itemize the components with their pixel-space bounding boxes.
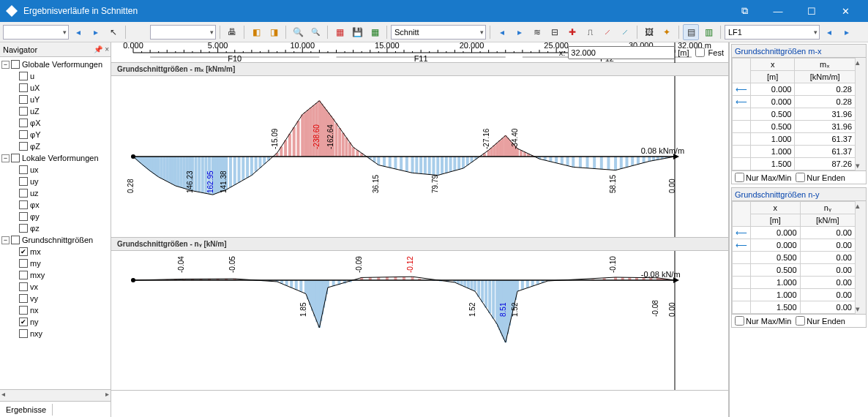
fest-checkbox[interactable]: Fest xyxy=(692,45,724,59)
table-row[interactable]: 1.00061.37 xyxy=(733,146,856,158)
minimize-button[interactable]: — xyxy=(761,0,795,22)
tab-ergebnisse[interactable]: Ergebnisse xyxy=(0,404,53,416)
nav-prev2-icon[interactable]: ◂ xyxy=(494,24,510,40)
item-checkbox[interactable] xyxy=(19,165,28,174)
item-checkbox[interactable] xyxy=(19,142,28,151)
group-checkbox[interactable] xyxy=(11,236,20,244)
tool-l-icon[interactable]: ▥ xyxy=(700,24,717,40)
nav-next-icon[interactable]: ▸ xyxy=(88,24,104,40)
tool-a-icon[interactable]: ◧ xyxy=(248,24,264,40)
table-scrollbar[interactable]: ▴▾ xyxy=(856,58,866,170)
chart-scroll[interactable]: Grundschnittgrößen - mₓ [kNm/m] 0.08 kNm… xyxy=(111,63,728,417)
item-label[interactable]: φz xyxy=(30,224,40,233)
item-checkbox[interactable] xyxy=(19,119,28,127)
table-row[interactable]: ⟵0.0000.28 xyxy=(733,83,856,96)
expand-icon[interactable]: − xyxy=(1,154,10,162)
item-label[interactable]: uZ xyxy=(30,107,40,116)
group-label[interactable]: Lokale Verformungen xyxy=(22,154,99,162)
table-scrollbar[interactable]: ▴▾ xyxy=(856,201,866,314)
tool-j-icon[interactable]: 🖼 xyxy=(641,24,657,40)
item-checkbox[interactable] xyxy=(19,72,28,80)
item-label[interactable]: φZ xyxy=(30,142,40,151)
table-row[interactable]: 0.5000.00 xyxy=(733,264,856,277)
item-label[interactable]: uy xyxy=(30,177,39,186)
combo-1[interactable] xyxy=(3,25,69,40)
item-label[interactable]: φy xyxy=(30,212,40,221)
lf-prev-icon[interactable]: ◂ xyxy=(821,24,837,40)
table-row[interactable]: ⟵0.0000.00 xyxy=(733,227,856,239)
item-checkbox[interactable] xyxy=(19,318,28,326)
combo-2[interactable] xyxy=(150,25,216,40)
table-row[interactable]: 1.0000.00 xyxy=(733,289,856,301)
tool-i-icon[interactable]: ⟋ xyxy=(617,24,633,40)
table-row[interactable]: ⟵0.0000.00 xyxy=(733,239,856,252)
item-checkbox[interactable] xyxy=(19,107,28,116)
item-checkbox[interactable] xyxy=(19,306,28,315)
x-input[interactable] xyxy=(568,46,675,59)
table-row[interactable]: 1.00061.37 xyxy=(733,133,856,146)
item-checkbox[interactable] xyxy=(19,189,28,198)
panel-toggle-icon[interactable]: ▤ xyxy=(683,24,699,40)
expand-icon[interactable]: − xyxy=(1,236,10,244)
item-label[interactable]: uz xyxy=(30,189,39,198)
group-checkbox[interactable] xyxy=(11,154,20,162)
item-label[interactable]: uY xyxy=(30,95,40,104)
zoom-out-icon[interactable]: 🔍 xyxy=(307,24,323,40)
tool-h-icon[interactable]: ⟋ xyxy=(599,24,616,40)
item-label[interactable]: u xyxy=(30,72,34,80)
nav-prev-icon[interactable]: ◂ xyxy=(70,24,86,40)
item-checkbox[interactable] xyxy=(19,212,28,221)
lf-combo[interactable]: LF1 xyxy=(725,25,820,40)
item-checkbox[interactable] xyxy=(19,247,28,256)
tool-f-icon[interactable]: ✚ xyxy=(564,24,580,40)
item-checkbox[interactable] xyxy=(19,282,28,291)
navigator-tree[interactable]: −Globale VerformungenuuXuYuZφXφYφZ−Lokal… xyxy=(0,57,111,389)
pin-icon[interactable]: 📌 × xyxy=(94,45,111,53)
item-checkbox[interactable] xyxy=(19,294,28,303)
item-label[interactable]: mxy xyxy=(30,271,45,279)
schnitt-combo[interactable]: Schnitt xyxy=(391,25,486,40)
table-row[interactable]: 0.50031.96 xyxy=(733,108,856,121)
group-label[interactable]: Grundschnittgrößen xyxy=(22,236,93,244)
item-label[interactable]: ny xyxy=(30,318,39,326)
tool-e-icon[interactable]: ⊟ xyxy=(547,24,563,40)
item-checkbox[interactable] xyxy=(19,177,28,186)
tool-c-icon[interactable]: ▦ xyxy=(332,24,348,40)
restore-caption-icon[interactable]: ⧉ xyxy=(727,0,761,22)
item-label[interactable]: ux xyxy=(30,165,39,174)
item-label[interactable]: φY xyxy=(30,130,40,139)
item-label[interactable]: vy xyxy=(30,294,38,303)
zoom-in-icon[interactable]: 🔍 xyxy=(290,24,306,40)
item-label[interactable]: φX xyxy=(30,119,40,127)
pointer-icon[interactable]: ↖ xyxy=(105,24,121,40)
table-row[interactable]: 0.50031.96 xyxy=(733,121,856,133)
expand-icon[interactable]: − xyxy=(1,61,10,69)
item-label[interactable]: uX xyxy=(30,83,40,92)
print-icon[interactable]: 🖶 xyxy=(224,24,240,40)
excel-icon[interactable]: ▦ xyxy=(367,24,383,40)
nav-next2-icon[interactable]: ▸ xyxy=(512,24,528,40)
tool-b-icon[interactable]: ◨ xyxy=(266,24,282,40)
item-label[interactable]: mx xyxy=(30,247,41,256)
tool-d-icon[interactable]: ≋ xyxy=(529,24,545,40)
item-checkbox[interactable] xyxy=(19,259,28,268)
close-button[interactable]: ✕ xyxy=(828,0,862,22)
item-checkbox[interactable] xyxy=(19,224,28,233)
chk-enden[interactable]: Nur Enden xyxy=(796,316,845,326)
item-checkbox[interactable] xyxy=(19,329,28,338)
item-checkbox[interactable] xyxy=(19,271,28,279)
group-label[interactable]: Globale Verformungen xyxy=(22,60,102,69)
tool-k-icon[interactable]: ✦ xyxy=(659,24,675,40)
item-checkbox[interactable] xyxy=(19,95,28,104)
save-icon[interactable]: 💾 xyxy=(349,24,365,40)
maximize-button[interactable]: ☐ xyxy=(795,0,828,22)
chk-maxmin[interactable]: Nur Max/Min xyxy=(735,316,791,326)
nav-h-scrollbar[interactable] xyxy=(0,390,111,401)
item-checkbox[interactable] xyxy=(19,83,28,92)
chk-enden[interactable]: Nur Enden xyxy=(796,173,845,182)
item-label[interactable]: nx xyxy=(30,306,39,315)
table-row[interactable]: 1.50087.26 xyxy=(733,158,856,170)
table-row[interactable]: 0.5000.00 xyxy=(733,252,856,264)
item-label[interactable]: φx xyxy=(30,200,40,209)
table-row[interactable]: 1.5000.00 xyxy=(733,301,856,314)
